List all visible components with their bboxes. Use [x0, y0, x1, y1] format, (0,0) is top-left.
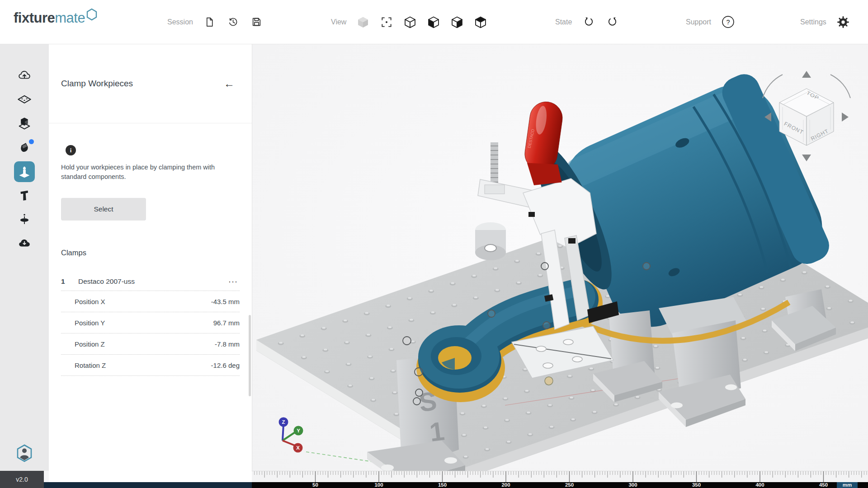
ruler-number: 100 — [374, 482, 383, 488]
axis-y-label: Y — [297, 428, 300, 433]
cube-right-face-icon[interactable] — [450, 15, 464, 29]
pin-icon — [14, 185, 35, 206]
gear-icon[interactable] — [836, 15, 850, 29]
clamp-index: 1 — [61, 277, 78, 286]
app-logo[interactable]: fixturemate — [14, 10, 98, 26]
snap-marker[interactable] — [403, 337, 411, 345]
ruler-scale-bar: mm 50100150200250300350400450 — [252, 482, 868, 488]
property-row-position-x[interactable]: Position X -43.5 mm — [61, 291, 240, 312]
property-value[interactable]: -43.5 mm — [211, 298, 240, 305]
property-label: Position Z — [75, 340, 105, 348]
sidebar-item-pins[interactable] — [0, 183, 49, 207]
notification-badge — [29, 139, 34, 144]
user-avatar[interactable] — [0, 444, 49, 463]
session-label: Session — [167, 18, 193, 26]
redo-icon[interactable] — [605, 15, 619, 29]
state-label: State — [555, 18, 572, 26]
back-arrow-button[interactable]: ← — [224, 78, 235, 89]
ruler-number: 50 — [312, 482, 318, 488]
sidebar-item-support-workpieces[interactable] — [0, 136, 49, 160]
save-icon[interactable] — [250, 15, 264, 29]
support-group: Support ? — [686, 0, 735, 44]
sidebar-item-baseplate[interactable] — [0, 88, 49, 112]
clamps-heading: Clamps — [61, 249, 240, 257]
scene-svg: S 1 — [252, 44, 868, 471]
axis-z-label: Z — [282, 419, 285, 425]
probe-disc-icon — [14, 209, 35, 230]
snap-marker[interactable] — [541, 263, 548, 270]
panel-scrollbar[interactable] — [249, 315, 251, 396]
ruler-number: 200 — [501, 482, 510, 488]
cloud-upload-icon — [14, 66, 35, 86]
info-icon: i — [66, 145, 76, 155]
snap-marker[interactable] — [488, 310, 495, 317]
focus-icon[interactable] — [380, 15, 393, 29]
property-value[interactable]: -12.6 deg — [211, 361, 240, 369]
sidebar — [0, 44, 49, 471]
history-icon[interactable] — [226, 15, 240, 29]
workpiece-on-plate-icon — [14, 113, 35, 134]
cube-front-face-icon[interactable] — [427, 15, 440, 29]
wire-cube-icon[interactable] — [403, 15, 417, 29]
svg-text:?: ? — [726, 19, 730, 26]
snap-marker[interactable] — [415, 389, 423, 396]
ruler-ticks — [252, 471, 868, 483]
ruler-number: 300 — [628, 482, 637, 488]
undo-icon[interactable] — [582, 15, 595, 29]
settings-label: Settings — [800, 18, 826, 26]
ruler-unit[interactable]: mm — [837, 482, 858, 488]
solid-cube-icon[interactable] — [356, 15, 370, 29]
property-row-rotation-z[interactable]: Rotation Z -12.6 deg — [61, 354, 240, 376]
bottom-navy-bar — [44, 482, 252, 488]
ruler-number: 150 — [438, 482, 447, 488]
rotate-right-arc[interactable] — [830, 75, 850, 98]
viewport-3d[interactable]: S 1 — [252, 44, 868, 471]
sidebar-item-probe[interactable] — [0, 207, 49, 231]
ruler-ticks-svg — [252, 471, 868, 483]
clamp-icon — [14, 161, 35, 182]
snap-marker[interactable] — [543, 322, 550, 329]
cube-top-face-icon[interactable] — [474, 15, 487, 29]
brand-primary: fixture — [14, 10, 55, 26]
support-label: Support — [686, 18, 711, 26]
panel-description: Hold your workpieces in place by clampin… — [61, 163, 234, 182]
version-bar: v2.0 — [0, 471, 44, 488]
snap-marker[interactable] — [643, 263, 650, 270]
state-group: State — [555, 0, 619, 44]
panel-body: i Hold your workpieces in place by clamp… — [49, 145, 252, 376]
help-icon[interactable]: ? — [721, 15, 735, 29]
ruler-number: 400 — [755, 482, 764, 488]
view-group: View — [331, 0, 487, 44]
ruler-number: 450 — [819, 482, 828, 488]
sidebar-item-position-workpiece[interactable] — [0, 112, 49, 136]
cloud-download-icon — [14, 233, 35, 254]
baseplate-icon — [14, 89, 35, 110]
property-value[interactable]: -7.8 mm — [215, 340, 240, 348]
ruler-number: 250 — [565, 482, 574, 488]
property-label: Rotation Z — [75, 361, 106, 369]
version-label: v2.0 — [16, 476, 28, 483]
property-label: Position X — [75, 298, 105, 305]
axis-triad: Z Y X — [279, 418, 303, 453]
property-value[interactable]: 96.7 mm — [213, 319, 240, 327]
sidebar-item-import[interactable] — [0, 64, 49, 88]
ellipsis-menu-button[interactable]: ··· — [226, 277, 240, 286]
viewcube-arrow-right[interactable] — [842, 113, 849, 122]
clamp-list-item[interactable]: 1 Destaco 2007-uss ··· — [61, 272, 240, 291]
fixturemate-app: { "app": { "brand_primary": "fixture", "… — [0, 0, 868, 488]
viewcube-arrow-down[interactable] — [802, 155, 811, 161]
snap-marker[interactable] — [413, 398, 420, 405]
new-file-icon[interactable] — [203, 15, 217, 29]
select-button[interactable]: Select — [61, 198, 146, 221]
rotate-left-arc[interactable] — [763, 75, 783, 98]
property-row-position-z[interactable]: Position Z -7.8 mm — [61, 333, 240, 354]
snap-marker[interactable] — [415, 368, 423, 376]
brand-secondary: mate — [55, 10, 85, 26]
sidebar-item-export[interactable] — [0, 231, 49, 255]
sidebar-item-clamp-workpieces[interactable] — [0, 160, 49, 183]
settings-group: Settings — [800, 0, 850, 44]
panel-title: Clamp Workpieces — [61, 79, 133, 89]
viewcube-arrow-up[interactable] — [802, 71, 811, 78]
hexagon-logo-icon — [86, 8, 98, 21]
property-row-position-y[interactable]: Position Y 96.7 mm — [61, 312, 240, 333]
